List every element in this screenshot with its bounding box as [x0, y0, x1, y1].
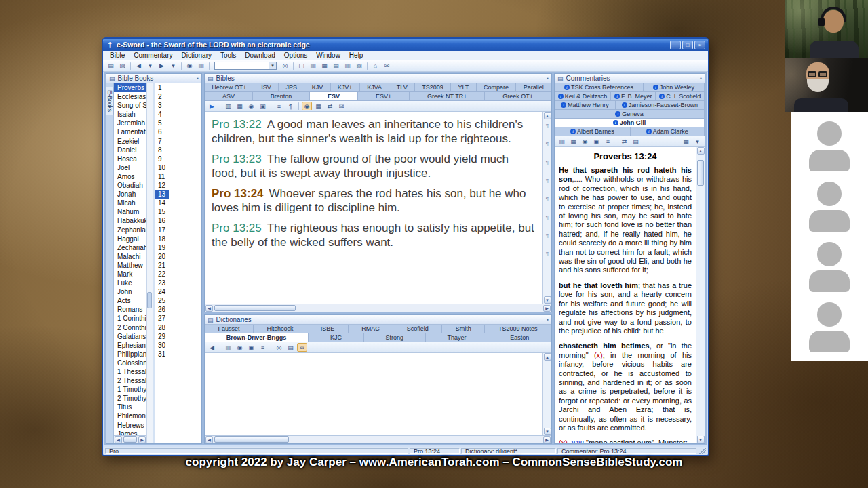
- tab-parallel[interactable]: Parallel: [516, 83, 551, 92]
- book-item[interactable]: Haggai: [114, 235, 146, 243]
- scroll-right-icon[interactable]: ▶: [543, 436, 551, 443]
- book-item[interactable]: Romans: [114, 305, 146, 314]
- notes-icon[interactable]: ▨: [117, 62, 127, 70]
- book-item[interactable]: Philippians: [114, 350, 146, 359]
- chapter-item[interactable]: 11: [155, 172, 169, 181]
- book-item[interactable]: Malachi: [114, 252, 146, 261]
- book-item[interactable]: Luke: [114, 279, 146, 287]
- tab-scofield[interactable]: Scofield: [393, 325, 442, 333]
- tab-fausset[interactable]: Fausset: [205, 325, 254, 333]
- menu-download[interactable]: Download: [241, 51, 279, 60]
- menu-tools[interactable]: Tools: [216, 51, 240, 60]
- close-button[interactable]: ×: [694, 41, 705, 49]
- book-item[interactable]: John: [114, 287, 146, 296]
- books-vscrollbar[interactable]: [146, 83, 153, 443]
- search-icon[interactable]: ◉: [235, 343, 245, 352]
- tab-compare[interactable]: Compare: [477, 83, 517, 92]
- chapter-item[interactable]: 30: [155, 341, 169, 350]
- forward-history-icon[interactable]: ▾: [168, 62, 178, 70]
- tab-jamieson-fausset-brown[interactable]: iJamieson-Fausset-Brown: [616, 101, 705, 109]
- books-hscrollbar[interactable]: ◀ ▶: [114, 435, 146, 443]
- chapter-item[interactable]: 8: [155, 146, 169, 155]
- menu-bible[interactable]: Bible: [106, 51, 129, 60]
- tab-tlv[interactable]: TLV: [389, 83, 415, 92]
- book-item[interactable]: 1 Timothy: [114, 385, 146, 394]
- book-item[interactable]: Acts: [114, 296, 146, 305]
- layout-wide-icon[interactable]: ▤: [331, 62, 341, 70]
- book-item[interactable]: Ecclesiastes: [114, 92, 146, 101]
- copy-icon[interactable]: ▣: [246, 343, 256, 352]
- verse[interactable]: Pro 13:22A good man leaves an inheritanc…: [212, 117, 536, 146]
- scroll-right-icon[interactable]: ▶: [543, 305, 551, 312]
- scroll-down-icon[interactable]: ▼: [544, 428, 551, 435]
- zoom-icon[interactable]: ◎: [274, 343, 284, 352]
- chapter-item[interactable]: 26: [155, 305, 169, 314]
- play-audio-icon[interactable]: ▶: [207, 102, 217, 110]
- tab-adam-clarke[interactable]: iAdam Clarke: [631, 127, 705, 136]
- verse[interactable]: Pro 13:23The fallow ground of the poor w…: [212, 152, 536, 180]
- book-item[interactable]: Zephaniah: [114, 226, 146, 235]
- window-titlebar[interactable]: † e-Sword - the Sword of the LORD with a…: [103, 39, 708, 51]
- dropdown-icon[interactable]: ▾: [692, 137, 703, 146]
- verse[interactable]: Pro 13:24Whoever spares the rod hates hi…: [212, 186, 536, 215]
- search-icon[interactable]: ◉: [184, 62, 195, 70]
- book-item[interactable]: Nahum: [114, 207, 146, 216]
- copy-icon[interactable]: ▣: [591, 137, 601, 146]
- verse-marker-icon[interactable]: ¶: [546, 160, 549, 165]
- minimize-button[interactable]: ─: [670, 41, 681, 49]
- print-icon[interactable]: ▥: [557, 137, 567, 146]
- chapter-item[interactable]: 21: [155, 261, 169, 270]
- parallel-view-icon[interactable]: ▦: [313, 102, 323, 110]
- print-icon[interactable]: ▥: [223, 102, 233, 110]
- chapter-item[interactable]: 6: [155, 127, 169, 136]
- tab-albert-barnes[interactable]: iAlbert Barnes: [555, 127, 631, 136]
- tab-isv[interactable]: ISV: [254, 83, 279, 92]
- layout-rows-icon[interactable]: ▧: [354, 62, 364, 70]
- tab-ts2009[interactable]: TS2009: [415, 83, 451, 92]
- back-history-icon[interactable]: ▾: [145, 62, 155, 70]
- menu-help[interactable]: Help: [345, 51, 368, 60]
- tab-kjva[interactable]: KJVA: [360, 83, 390, 92]
- verse-marker-icon[interactable]: ¶: [546, 142, 549, 147]
- tab-greek-nt-tr-plus[interactable]: Greek NT TR+: [410, 92, 485, 100]
- scroll-right-icon[interactable]: ▶: [138, 436, 146, 443]
- chapter-item[interactable]: 29: [155, 332, 169, 341]
- resize-grip[interactable]: [698, 448, 706, 454]
- list-icon[interactable]: ≡: [258, 343, 268, 352]
- highlight-search-icon[interactable]: ◉: [302, 102, 312, 110]
- pin-icon[interactable]: ▪: [547, 75, 549, 81]
- scroll-thumb[interactable]: [214, 436, 289, 443]
- chapter-item[interactable]: 7: [155, 137, 169, 146]
- chapter-item[interactable]: 5: [155, 119, 169, 127]
- scroll-left-icon[interactable]: ◀: [205, 436, 213, 443]
- tab-strong[interactable]: Strong: [364, 333, 426, 342]
- save-icon[interactable]: ▦: [235, 102, 245, 110]
- tab-thayer[interactable]: Thayer: [426, 333, 489, 342]
- tab-kjc[interactable]: KJC: [309, 333, 364, 342]
- home-icon[interactable]: ⌂: [370, 62, 380, 70]
- search-icon[interactable]: ◉: [246, 102, 256, 110]
- tab-ylt[interactable]: YLT: [451, 83, 477, 92]
- book-icon[interactable]: ▤: [285, 343, 296, 352]
- book-item[interactable]: Jeremiah: [114, 119, 146, 127]
- book-item[interactable]: Daniel: [114, 146, 146, 155]
- book-item[interactable]: Philemon: [114, 411, 146, 420]
- scroll-up-icon[interactable]: ▲: [697, 147, 705, 155]
- tab-easton[interactable]: Easton: [488, 333, 551, 342]
- tab-keil-delitzsch[interactable]: iKeil & Delitzsch: [555, 92, 611, 100]
- tab-tsk-cross-references[interactable]: iTSK Cross References: [555, 83, 644, 92]
- chapter-item[interactable]: 19: [155, 243, 169, 252]
- tab-greek-ot-plus[interactable]: Greek OT+: [485, 92, 551, 100]
- chapter-item[interactable]: 17: [155, 226, 169, 235]
- verse-marker-icon[interactable]: ¶: [546, 215, 549, 220]
- pin-icon[interactable]: ▪: [700, 75, 702, 81]
- verse-marker-icon[interactable]: ¶: [546, 233, 549, 239]
- menu-window[interactable]: Window: [312, 51, 344, 60]
- layout-columns-icon[interactable]: ▥: [342, 62, 353, 70]
- book-item[interactable]: Matthew: [114, 261, 146, 270]
- tab-esv[interactable]: ESV: [310, 92, 358, 100]
- zoom-icon[interactable]: ◎: [280, 62, 290, 70]
- book-item[interactable]: 1 Corinthians: [114, 314, 146, 323]
- verse-marker-icon[interactable]: ¶: [546, 197, 549, 202]
- book-item[interactable]: Micah: [114, 199, 146, 207]
